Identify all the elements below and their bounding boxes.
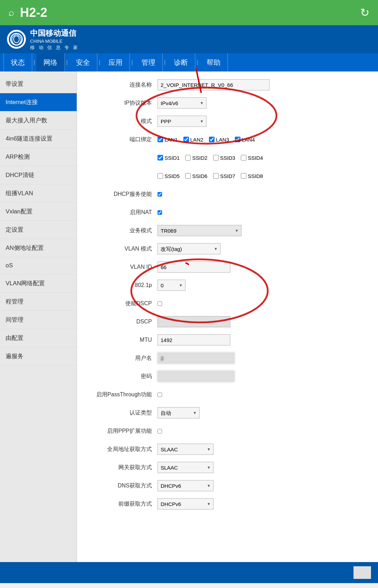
top-bar-left: ⌕ H2-2	[8, 5, 47, 20]
nav-item-manage[interactable]: 管理	[134, 53, 163, 71]
sidebar: 带设置 Internet连接 最大接入用户数 4in6隧道连接设置 ARP检测 …	[0, 71, 77, 562]
ip-protocol-select[interactable]: IPv4/v6 IPv4 IPv6	[158, 97, 206, 109]
global-addr-select[interactable]: SLAAC DHCPv6	[158, 444, 214, 455]
content-area: 连接名称 IP协议版本 IPv4/v6 IPv4 IPv6 模式	[77, 71, 378, 562]
ssid3-checkbox[interactable]	[213, 155, 219, 160]
vlan-mode-label: VLAN 模式	[88, 245, 158, 253]
lan3-checkbox[interactable]	[209, 137, 215, 142]
lan3-checkbox-item[interactable]: LAN3	[209, 137, 229, 143]
lan2-checkbox-item[interactable]: LAN2	[183, 137, 204, 143]
mtu-row: MTU	[88, 334, 368, 346]
lan1-checkbox-item[interactable]: LAN1	[158, 137, 178, 143]
port-bind-row: 端口绑定 LAN1 LAN2 LAN3 LAN4	[88, 133, 368, 146]
sidebar-item-route[interactable]: 由配置	[0, 329, 77, 347]
sidebar-item-an-address[interactable]: AN侧地址配置	[0, 239, 77, 257]
lan4-checkbox-item[interactable]: LAN4	[235, 137, 255, 143]
ssid-row1: SSID1 SSID2 SSID3 SSID4	[88, 151, 368, 164]
port-bind-label: 端口绑定	[88, 136, 158, 143]
service-mode-label: 业务模式	[88, 227, 158, 234]
logo-bar: 中国移动通信 CHINA MOBILE 移 动 信 息 专 家	[0, 25, 378, 53]
ssid4-checkbox-item[interactable]: SSID4	[241, 155, 263, 161]
ssid6-checkbox-item[interactable]: SSID6	[185, 173, 207, 179]
ssid1-checkbox-group: SSID1 SSID2 SSID3 SSID4	[158, 155, 266, 161]
sidebar-item-vxlan[interactable]: Vxlan配置	[0, 203, 77, 221]
connection-name-input[interactable]	[158, 79, 270, 90]
bottom-bar	[0, 562, 378, 583]
dscp-label: DSCP	[88, 319, 158, 325]
sidebar-item-qos[interactable]: oS	[0, 257, 77, 274]
ssid3-checkbox-item[interactable]: SSID3	[213, 155, 235, 161]
username-input[interactable]: 2	[158, 353, 234, 364]
sidebar-item-universal[interactable]: 遍服务	[0, 347, 77, 365]
sidebar-item-time-manage[interactable]: 间管理	[0, 311, 77, 329]
dot1p-row: 802.1p 0 1 2	[88, 279, 368, 292]
bottom-button[interactable]	[354, 566, 371, 579]
sidebar-item-max-users[interactable]: 最大接入用户数	[0, 111, 77, 130]
nav-item-help[interactable]: 帮助	[200, 53, 228, 71]
ssid8-checkbox[interactable]	[241, 173, 246, 179]
service-mode-select[interactable]: TR069	[158, 225, 241, 236]
lan2-checkbox[interactable]	[183, 137, 189, 142]
password-label: 密码	[88, 373, 158, 380]
nav-item-status[interactable]: 状态	[4, 53, 32, 71]
vlan-mode-select[interactable]: 改写(tag) 透传	[158, 243, 220, 254]
ssid7-checkbox-item[interactable]: SSID7	[213, 173, 235, 179]
vlan-id-input[interactable]	[158, 261, 230, 273]
ssid2-checkbox[interactable]	[185, 155, 191, 160]
lan-checkbox-group: LAN1 LAN2 LAN3 LAN4	[158, 137, 258, 143]
dns-select[interactable]: DHCPv6 SLAAC	[158, 480, 214, 491]
sidebar-item-multicast-vlan[interactable]: 组播VLAN	[0, 184, 77, 203]
connection-name-label: 连接名称	[88, 81, 158, 89]
ssid6-checkbox[interactable]	[185, 173, 191, 179]
password-input[interactable]	[158, 371, 234, 382]
sidebar-item-vlan-network[interactable]: VLAN网络配置	[0, 274, 77, 293]
gateway-select[interactable]: SLAAC DHCPv6	[158, 462, 214, 473]
ssid5-checkbox-item[interactable]: SSID5	[158, 173, 180, 179]
page-title: H2-2	[20, 5, 47, 20]
ssid5-checkbox[interactable]	[158, 173, 163, 179]
prefix-select[interactable]: DHCPv6 SLAAC	[158, 498, 214, 510]
sidebar-item-4in6[interactable]: 4in6隧道连接设置	[0, 130, 77, 148]
sidebar-item-arp[interactable]: ARP检测	[0, 148, 77, 166]
gateway-row: 网关获取方式 SLAAC DHCPv6	[88, 461, 368, 474]
auth-type-row: 认证类型 自动 PAP CHAP	[88, 406, 368, 419]
ssid8-checkbox-item[interactable]: SSID8	[241, 173, 263, 179]
dscp-input[interactable]	[158, 316, 230, 327]
ssid1-checkbox[interactable]	[158, 155, 163, 160]
lan4-checkbox[interactable]	[235, 137, 240, 142]
ssid1-checkbox-item[interactable]: SSID1	[158, 155, 180, 161]
sidebar-item-broadband[interactable]: 带设置	[0, 75, 77, 93]
nat-checkbox[interactable]	[158, 210, 162, 215]
password-row: 密码	[88, 370, 368, 383]
nav-item-diagnose[interactable]: 诊断	[167, 53, 195, 71]
ssid-row2: SSID5 SSID6 SSID7 SSID8	[88, 170, 368, 182]
ssid4-checkbox[interactable]	[241, 155, 246, 160]
auth-type-select[interactable]: 自动 PAP CHAP	[158, 407, 200, 418]
mtu-input[interactable]	[158, 334, 230, 346]
vlan-id-row: VLAN ID	[88, 261, 368, 273]
dot1p-select[interactable]: 0 1 2	[158, 280, 186, 291]
ssid2-checkbox-item[interactable]: SSID2	[185, 155, 207, 161]
nat-label: 启用NAT	[88, 209, 158, 216]
refresh-icon[interactable]: ↻	[360, 6, 370, 19]
nav-item-network[interactable]: 网络	[36, 53, 65, 71]
lan1-checkbox[interactable]	[158, 137, 163, 142]
ip-protocol-label: IP协议版本	[88, 100, 158, 107]
page-wrapper: ⌕ H2-2 ↻ 中国移动通信 CHINA MOBILE 移 动 信 息 专 家…	[0, 0, 378, 583]
dscp-enable-checkbox[interactable]	[158, 301, 162, 306]
sidebar-item-dhcp-clear[interactable]: DHCP清链	[0, 166, 77, 184]
search-icon[interactable]: ⌕	[8, 7, 14, 18]
dhcp-checkbox[interactable]	[158, 192, 162, 197]
mode-select[interactable]: PPP Bridge	[158, 116, 206, 127]
vlan-id-label: VLAN ID	[88, 264, 158, 270]
dscp-enable-label: 使能DSCP	[88, 300, 158, 307]
passthrough-checkbox[interactable]	[158, 392, 162, 397]
sidebar-item-remote-manage[interactable]: 程管理	[0, 293, 77, 311]
sidebar-item-internet[interactable]: Internet连接	[0, 93, 77, 111]
ppp-ext-checkbox[interactable]	[158, 429, 162, 433]
vlan-mode-select-wrap: 改写(tag) 透传	[158, 243, 220, 254]
nav-item-security[interactable]: 安全	[69, 53, 97, 71]
ssid7-checkbox[interactable]	[213, 173, 219, 179]
sidebar-item-fixed-settings[interactable]: 定设置	[0, 221, 77, 239]
nav-item-app[interactable]: 应用	[102, 53, 130, 71]
